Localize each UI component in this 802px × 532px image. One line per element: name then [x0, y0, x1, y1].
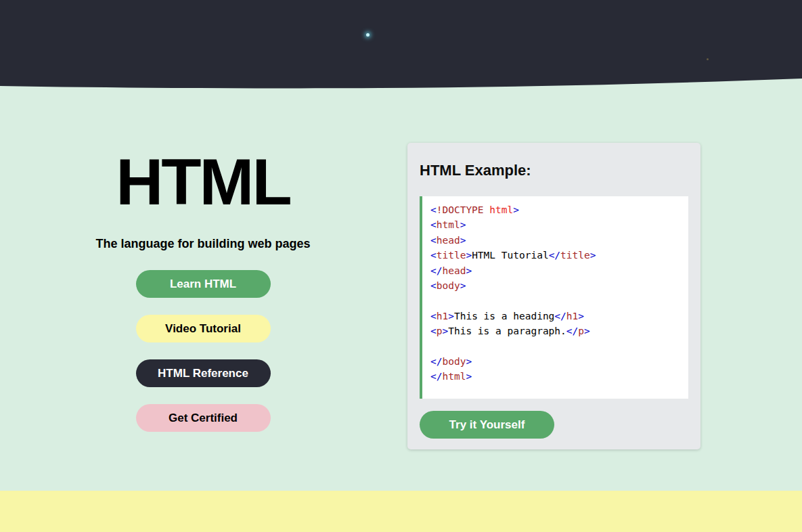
hero-section: HTML The language for building web pages… [0, 88, 406, 449]
code-line [430, 339, 680, 354]
code-line [430, 293, 680, 308]
code-line: </body> [430, 354, 680, 369]
learn-html-button[interactable]: Learn HTML [136, 270, 271, 298]
top-banner [0, 0, 802, 89]
star-dot-cyan [366, 33, 370, 37]
code-block: <!DOCTYPE html><html><head><title>HTML T… [420, 196, 688, 399]
code-line: </head> [430, 263, 680, 278]
yellow-section [0, 491, 802, 532]
page: HTML The language for building web pages… [0, 0, 802, 532]
get-certified-button[interactable]: Get Certified [136, 404, 271, 432]
page-tagline: The language for building web pages [0, 237, 406, 251]
code-line: <title>HTML Tutorial</title> [430, 248, 680, 263]
hero-buttons: Learn HTML Video Tutorial HTML Reference… [0, 270, 406, 432]
star-dot-faint [707, 58, 709, 60]
code-line: <body> [430, 278, 680, 293]
code-line: <head> [430, 233, 680, 248]
html-example-card: HTML Example: <!DOCTYPE html><html><head… [407, 143, 700, 449]
try-it-yourself-button[interactable]: Try it Yourself [420, 411, 554, 439]
example-heading: HTML Example: [420, 143, 688, 179]
code-line: </html> [430, 369, 680, 384]
code-line: <!DOCTYPE html> [430, 202, 680, 217]
code-line: <html> [430, 217, 680, 232]
code-line: <p>This is a paragraph.</p> [430, 324, 680, 338]
code-line: <h1>This is a heading</h1> [430, 309, 680, 324]
page-title: HTML [0, 149, 406, 215]
header-curve [0, 0, 802, 89]
html-reference-button[interactable]: HTML Reference [136, 359, 271, 387]
video-tutorial-button[interactable]: Video Tutorial [136, 315, 271, 342]
